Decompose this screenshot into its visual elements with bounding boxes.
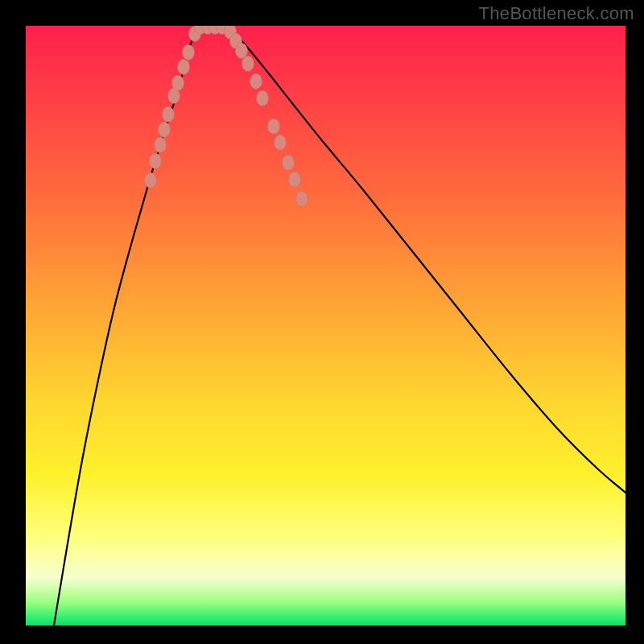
watermark-text: TheBottleneck.com	[479, 3, 634, 24]
marker-dot	[250, 74, 262, 89]
marker-dot	[183, 45, 195, 60]
curve-right-branch	[227, 26, 625, 493]
marker-dot	[150, 154, 162, 169]
marker-dot	[289, 172, 301, 188]
marker-dot	[275, 135, 287, 151]
curve-left-branch	[54, 26, 199, 625]
marker-dot	[163, 107, 175, 122]
marker-dot	[296, 192, 308, 207]
marker-dot	[155, 138, 167, 153]
marker-dot	[236, 43, 248, 59]
marker-dot	[257, 91, 269, 106]
curves-layer	[26, 26, 625, 625]
plot-area	[26, 26, 625, 625]
chart-stage: TheBottleneck.com	[0, 0, 644, 644]
marker-dots	[145, 26, 308, 207]
marker-dot	[159, 122, 171, 138]
marker-dot	[178, 60, 190, 75]
marker-dot	[145, 173, 157, 188]
marker-dot	[172, 76, 184, 91]
marker-dot	[268, 119, 280, 134]
marker-dot	[283, 155, 295, 171]
marker-dot	[242, 56, 254, 72]
